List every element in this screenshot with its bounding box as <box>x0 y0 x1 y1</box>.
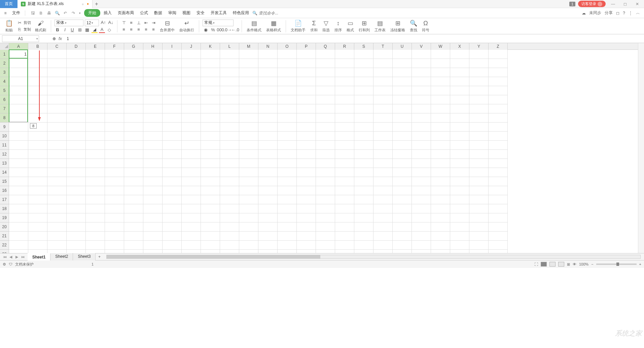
tab-security[interactable]: 安全 <box>194 9 207 17</box>
cell[interactable] <box>278 186 297 195</box>
cell[interactable] <box>124 186 143 195</box>
cell[interactable] <box>258 241 278 250</box>
page-break-view-button[interactable] <box>558 262 564 267</box>
cell[interactable] <box>450 86 469 95</box>
cell[interactable] <box>354 68 373 77</box>
cell[interactable] <box>239 213 258 222</box>
cell[interactable] <box>412 241 431 250</box>
cell[interactable] <box>105 86 124 95</box>
cell[interactable] <box>143 186 163 195</box>
cell[interactable] <box>47 204 67 213</box>
cell[interactable] <box>316 104 335 113</box>
column-header[interactable]: X <box>450 43 469 50</box>
cell[interactable] <box>9 123 28 132</box>
sheet-tab[interactable]: Sheet3 <box>73 253 96 260</box>
cell[interactable] <box>297 159 316 168</box>
cell[interactable] <box>412 168 431 177</box>
cell[interactable] <box>450 204 469 213</box>
cell[interactable] <box>297 59 316 68</box>
column-header[interactable]: V <box>412 43 431 50</box>
cell[interactable] <box>278 213 297 222</box>
cell[interactable] <box>201 213 220 222</box>
cell[interactable] <box>163 141 182 150</box>
tab-menu-icon[interactable]: ▫ <box>82 1 83 7</box>
cell[interactable] <box>201 222 220 232</box>
cell[interactable] <box>67 123 86 132</box>
cell[interactable] <box>105 232 124 241</box>
cell[interactable] <box>239 68 258 77</box>
add-sheet-button[interactable]: + <box>96 254 103 259</box>
cell[interactable] <box>163 77 182 86</box>
cell[interactable] <box>28 241 47 250</box>
cell[interactable] <box>105 186 124 195</box>
paste-button[interactable]: 📋 粘贴 <box>4 19 14 33</box>
italic-button[interactable]: I <box>62 27 68 33</box>
cell[interactable] <box>373 204 393 213</box>
cell[interactable] <box>9 95 28 104</box>
cell[interactable] <box>105 204 124 213</box>
cell[interactable] <box>239 250 258 253</box>
cell[interactable] <box>86 150 105 159</box>
select-all-corner[interactable] <box>0 43 9 50</box>
cell[interactable] <box>67 177 86 186</box>
cell[interactable] <box>316 77 335 86</box>
cell[interactable] <box>201 195 220 204</box>
cell[interactable] <box>220 113 239 123</box>
cell[interactable] <box>489 159 508 168</box>
cell[interactable] <box>373 95 393 104</box>
cell[interactable] <box>105 123 124 132</box>
cell[interactable] <box>220 86 239 95</box>
cell[interactable] <box>182 123 201 132</box>
cell[interactable] <box>431 159 450 168</box>
cell[interactable] <box>354 241 373 250</box>
cell[interactable] <box>297 150 316 159</box>
cell[interactable] <box>47 232 67 241</box>
cell[interactable] <box>316 177 335 186</box>
cell[interactable] <box>182 86 201 95</box>
cell[interactable] <box>450 104 469 113</box>
cell[interactable] <box>450 50 469 59</box>
save-icon[interactable]: 🖫 <box>30 10 36 16</box>
cell[interactable] <box>278 50 297 59</box>
cell[interactable] <box>9 132 28 141</box>
cell[interactable] <box>469 132 489 141</box>
cell[interactable] <box>239 123 258 132</box>
collapse-ribbon-icon[interactable]: ︿ <box>636 10 640 16</box>
cell[interactable] <box>297 241 316 250</box>
cell[interactable] <box>431 222 450 232</box>
cell[interactable] <box>105 177 124 186</box>
cell[interactable] <box>489 104 508 113</box>
cell[interactable] <box>47 59 67 68</box>
cell[interactable] <box>297 95 316 104</box>
cell[interactable] <box>297 222 316 232</box>
cell[interactable] <box>412 50 431 59</box>
row-header[interactable]: 19 <box>0 213 9 222</box>
cell[interactable] <box>28 177 47 186</box>
column-header[interactable]: N <box>258 43 278 50</box>
cell[interactable] <box>469 204 489 213</box>
cell[interactable] <box>373 222 393 232</box>
cell[interactable] <box>316 250 335 253</box>
cell[interactable] <box>373 113 393 123</box>
cell[interactable] <box>28 77 47 86</box>
cell[interactable] <box>354 77 373 86</box>
save-as-icon[interactable]: 🗎 <box>38 10 44 16</box>
cell[interactable] <box>182 241 201 250</box>
cell[interactable] <box>86 141 105 150</box>
cell[interactable] <box>239 195 258 204</box>
cell[interactable] <box>258 59 278 68</box>
cell[interactable] <box>163 95 182 104</box>
column-header[interactable]: Q <box>316 43 335 50</box>
cell[interactable] <box>373 213 393 222</box>
cell[interactable] <box>393 104 412 113</box>
cell[interactable] <box>450 77 469 86</box>
cell[interactable] <box>105 95 124 104</box>
cell[interactable] <box>258 132 278 141</box>
cell[interactable] <box>412 186 431 195</box>
cell[interactable] <box>335 159 354 168</box>
cell[interactable] <box>316 222 335 232</box>
cell[interactable] <box>47 50 67 59</box>
cell[interactable] <box>67 232 86 241</box>
cell[interactable] <box>393 86 412 95</box>
cell[interactable] <box>124 113 143 123</box>
